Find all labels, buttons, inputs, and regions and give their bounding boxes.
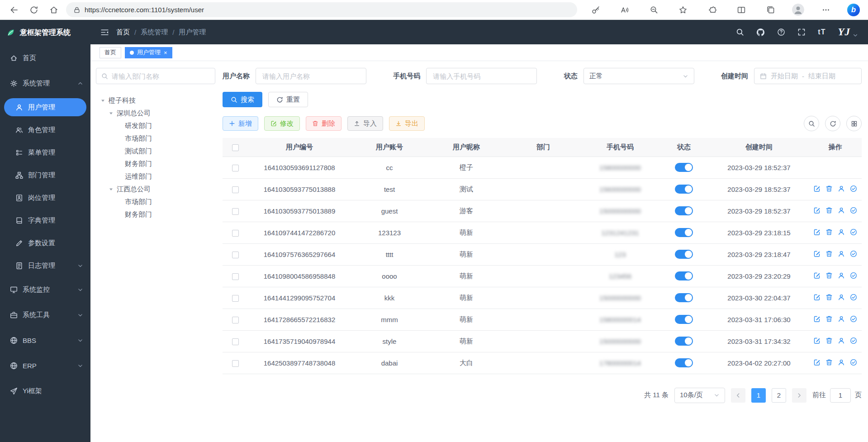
check-circle-icon[interactable] <box>850 337 857 344</box>
goto-page-input[interactable] <box>830 388 851 403</box>
status-toggle[interactable] <box>675 358 693 367</box>
font-size-icon[interactable]: tT <box>818 28 825 36</box>
tree-node[interactable]: 深圳总公司 <box>96 107 215 119</box>
delete-icon[interactable] <box>825 294 833 301</box>
status-toggle[interactable] <box>675 293 693 302</box>
assign-user-icon[interactable] <box>838 359 845 366</box>
row-checkbox[interactable] <box>232 186 239 193</box>
browser-refresh-icon[interactable] <box>26 2 42 18</box>
fullscreen-icon[interactable] <box>797 28 806 36</box>
edit-icon[interactable] <box>813 337 821 344</box>
tab-user-mgmt[interactable]: 用户管理 × <box>125 47 172 58</box>
assign-user-icon[interactable] <box>838 294 845 301</box>
check-circle-icon[interactable] <box>850 250 857 257</box>
check-circle-icon[interactable] <box>850 228 857 236</box>
date-range-picker[interactable]: 开始日期 - 结束日期 <box>754 68 862 84</box>
passwords-icon[interactable] <box>588 2 603 18</box>
tree-node[interactable]: 财务部门 <box>96 208 215 221</box>
extensions-icon[interactable] <box>705 2 720 18</box>
next-page-button[interactable] <box>792 388 806 403</box>
header-search-icon[interactable] <box>736 28 744 36</box>
edit-icon[interactable] <box>813 294 821 301</box>
edit-icon[interactable] <box>813 359 821 366</box>
check-circle-icon[interactable] <box>850 272 857 279</box>
export-button[interactable]: 导出 <box>389 116 425 131</box>
dept-search-input[interactable] <box>112 72 210 80</box>
columns-grid-icon[interactable] <box>846 116 862 131</box>
tree-node[interactable]: 财务部门 <box>96 157 215 170</box>
sidebar-item-erp[interactable]: ERP <box>0 353 90 378</box>
phone-input[interactable] <box>427 72 536 80</box>
copilot-icon[interactable]: b <box>847 4 860 16</box>
tree-node[interactable]: 运维部门 <box>96 170 215 183</box>
tab-close-icon[interactable]: × <box>164 49 167 56</box>
edit-icon[interactable] <box>813 272 821 279</box>
sidebar-item-post-mgmt[interactable]: 岗位管理 <box>0 186 90 209</box>
zoom-out-icon[interactable] <box>646 2 662 18</box>
page-size-select[interactable]: 10条/页 <box>674 388 725 403</box>
assign-user-icon[interactable] <box>838 315 845 323</box>
assign-user-icon[interactable] <box>838 185 845 192</box>
assign-user-icon[interactable] <box>838 337 845 344</box>
row-checkbox[interactable] <box>232 273 239 280</box>
tree-node[interactable]: 橙子科技 <box>96 94 215 107</box>
sidebar-item-user-mgmt[interactable]: 用户管理 <box>4 98 86 116</box>
caret-down-icon[interactable] <box>109 111 114 116</box>
sidebar-item-tools[interactable]: 系统工具 <box>0 302 90 328</box>
reset-button[interactable]: 重置 <box>268 92 308 107</box>
delete-icon[interactable] <box>825 250 833 257</box>
sidebar-item-monitor[interactable]: 系统监控 <box>0 277 90 302</box>
caret-down-icon[interactable] <box>100 98 105 103</box>
favorites-icon[interactable] <box>675 2 691 18</box>
delete-icon[interactable] <box>825 359 833 366</box>
sidebar-item-param-settings[interactable]: 参数设置 <box>0 232 90 254</box>
sidebar-item-log-mgmt[interactable]: 日志管理 <box>0 254 90 277</box>
status-toggle[interactable] <box>675 163 693 172</box>
assign-user-icon[interactable] <box>838 228 845 236</box>
collections-icon[interactable] <box>763 2 778 18</box>
row-checkbox[interactable] <box>232 338 239 345</box>
read-aloud-icon[interactable] <box>617 2 632 18</box>
sidebar-item-role-mgmt[interactable]: 角色管理 <box>0 119 90 141</box>
row-checkbox[interactable] <box>232 252 239 258</box>
check-circle-icon[interactable] <box>850 315 857 323</box>
sidebar-item-system[interactable]: 系统管理 <box>0 71 90 96</box>
user-logo-dropdown[interactable]: YJ <box>838 26 858 38</box>
tree-node[interactable]: 市场部门 <box>96 132 215 145</box>
browser-back-icon[interactable] <box>6 2 22 18</box>
assign-user-icon[interactable] <box>838 272 845 279</box>
edit-icon[interactable] <box>813 228 821 236</box>
page-2-button[interactable]: 2 <box>772 388 786 403</box>
add-button[interactable]: 新增 <box>223 116 258 131</box>
check-circle-icon[interactable] <box>850 207 857 214</box>
delete-icon[interactable] <box>825 185 833 192</box>
breadcrumb-home[interactable]: 首页 <box>116 28 130 37</box>
delete-icon[interactable] <box>825 315 833 323</box>
status-select[interactable]: 正常 <box>583 68 694 84</box>
more-icon[interactable] <box>818 2 834 18</box>
status-toggle[interactable] <box>675 206 693 215</box>
caret-down-icon[interactable] <box>109 187 114 192</box>
assign-user-icon[interactable] <box>838 207 845 214</box>
status-toggle[interactable] <box>675 337 693 346</box>
check-circle-icon[interactable] <box>850 294 857 301</box>
row-checkbox[interactable] <box>232 317 239 323</box>
tab-home[interactable]: 首页 <box>100 47 121 58</box>
username-input[interactable] <box>257 72 365 80</box>
delete-icon[interactable] <box>825 337 833 344</box>
page-1-button[interactable]: 1 <box>751 388 766 403</box>
check-circle-icon[interactable] <box>850 359 857 366</box>
sidebar-item-menu-mgmt[interactable]: 菜单管理 <box>0 141 90 164</box>
row-checkbox[interactable] <box>232 360 239 367</box>
row-checkbox[interactable] <box>232 208 239 215</box>
status-toggle[interactable] <box>675 271 693 280</box>
tree-node[interactable]: 市场部门 <box>96 195 215 208</box>
edit-icon[interactable] <box>813 250 821 257</box>
sidebar-item-bbs[interactable]: BBS <box>0 328 90 353</box>
assign-user-icon[interactable] <box>838 250 845 257</box>
tree-node[interactable]: 研发部门 <box>96 119 215 132</box>
split-screen-icon[interactable] <box>734 2 749 18</box>
status-toggle[interactable] <box>675 228 693 237</box>
help-icon[interactable] <box>777 28 785 36</box>
edit-icon[interactable] <box>813 207 821 214</box>
